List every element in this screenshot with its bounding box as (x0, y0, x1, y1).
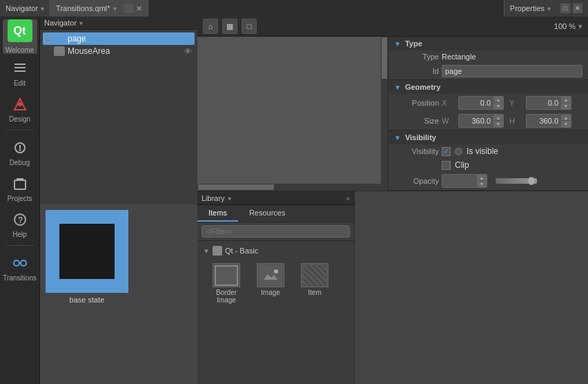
sidebar-item-design[interactable]: Design (3, 91, 37, 126)
h-input[interactable]: 360.0 (527, 115, 561, 126)
properties-tab-dropdown[interactable]: ▾ (547, 5, 551, 12)
save-icon[interactable] (124, 3, 133, 13)
lib-group-qt-basic[interactable]: ▼ Qt - Basic (200, 244, 351, 258)
canvas-main[interactable] (197, 37, 388, 191)
h-spin-up[interactable]: ▲ (561, 115, 571, 121)
y-spin-up[interactable]: ▲ (561, 97, 571, 103)
sidebar-label-transitions: Transitions (3, 274, 37, 282)
library-title: Library (202, 194, 225, 202)
id-field-input[interactable]: page (442, 65, 582, 77)
geometry-section-title: Geometry (405, 83, 440, 91)
zoom-display: 100 % ▾ (554, 22, 582, 31)
is-visible-label: Is visible (467, 146, 498, 156)
visibility-section-header[interactable]: ▼ Visibility (389, 131, 588, 144)
sidebar-label-edit: Edit (14, 79, 26, 87)
right-panel: ▼ Type Type Rectangle Id page (388, 37, 588, 191)
frame-tool-button[interactable]: □ (242, 19, 257, 34)
w-input[interactable]: 360.0 (459, 115, 493, 126)
restore-button[interactable]: □ (560, 3, 570, 13)
library-expand-icon[interactable]: » (346, 194, 350, 202)
y-spin-down[interactable]: ▼ (561, 103, 571, 109)
w-spin-down[interactable]: ▼ (493, 121, 503, 127)
svg-point-15 (274, 269, 278, 273)
edit-icon (10, 59, 30, 78)
base-state-card[interactable]: base state (46, 210, 128, 304)
geometry-section-header[interactable]: ▼ Geometry (389, 80, 588, 94)
opacity-input[interactable]: 1.0 (442, 175, 477, 186)
canvas-scrollbar-v[interactable] (381, 37, 388, 191)
visibility-eye-icon[interactable]: 👁 (184, 47, 192, 55)
x-label: X (442, 99, 455, 107)
grid-tool-button[interactable]: ▦ (222, 19, 237, 34)
navigator-dropdown-icon[interactable]: ▾ (41, 5, 44, 12)
type-row: Type Rectangle (389, 50, 588, 63)
x-spin-up[interactable]: ▲ (493, 97, 503, 103)
lib-item-item[interactable]: Item (294, 260, 335, 307)
opacity-spin-up[interactable]: ▲ (477, 175, 487, 181)
canvas-scroll-thumb-h[interactable] (198, 184, 274, 190)
id-row: Id page (389, 63, 588, 79)
h-spin-group[interactable]: 360.0 ▲ ▼ (526, 114, 571, 128)
close-tab-button[interactable]: ✕ (136, 4, 142, 13)
geometry-section-arrow: ▼ (394, 84, 401, 91)
canvas-scroll-thumb-v[interactable] (382, 37, 387, 79)
opacity-thumb[interactable] (527, 177, 536, 185)
library-content: ▼ Qt - Basic Border Image (197, 241, 354, 384)
state-inner-rect (59, 224, 115, 279)
home-tool-button[interactable]: ⌂ (203, 19, 218, 34)
close-button[interactable]: ✕ (573, 3, 582, 13)
w-spin-group[interactable]: 360.0 ▲ ▼ (458, 114, 504, 128)
sidebar-item-debug[interactable]: Debug (3, 135, 37, 169)
nav-item-page[interactable]: ▶ page (43, 32, 195, 45)
transitions-tab-dropdown[interactable]: ▾ (113, 5, 117, 12)
zoom-dropdown-arrow[interactable]: ▾ (578, 22, 582, 31)
canvas-scrollbar-h[interactable] (197, 184, 388, 191)
states-area: base state (40, 204, 197, 385)
y-input[interactable]: 0.0 (527, 97, 561, 108)
page-type-icon (54, 34, 65, 44)
debug-icon (10, 138, 30, 157)
h-spin-down[interactable]: ▼ (561, 121, 571, 127)
svg-point-12 (21, 260, 26, 266)
item-icon-shape (303, 265, 326, 286)
sidebar-item-welcome[interactable]: Qt Welcome (3, 19, 37, 54)
is-visible-radio[interactable] (455, 148, 462, 155)
transitions-tab[interactable]: Transitions.qml* ▾ ✕ (50, 0, 148, 17)
lib-item-border-image[interactable]: Border Image (206, 260, 247, 307)
nav-item-page-label: page (68, 34, 86, 44)
x-spin-down[interactable]: ▼ (493, 103, 503, 109)
qt-logo-icon: Qt (8, 19, 32, 42)
sidebar-item-edit[interactable]: Edit (3, 55, 37, 90)
lib-item-image[interactable]: Image (250, 260, 291, 307)
svg-rect-2 (14, 64, 26, 65)
lib-search-input[interactable] (202, 225, 350, 238)
type-section-header[interactable]: ▼ Type (389, 37, 588, 50)
lib-item-border-image-label: Border Image (208, 289, 244, 304)
is-visible-checkbox[interactable] (442, 147, 451, 156)
sidebar-item-projects[interactable]: Projects (3, 171, 37, 205)
y-spin-group[interactable]: 0.0 ▲ ▼ (526, 96, 571, 110)
properties-tab[interactable]: Properties ▾ □ ✕ (504, 0, 588, 17)
clip-checkbox[interactable] (442, 161, 451, 170)
opacity-spin-down[interactable]: ▼ (477, 181, 487, 187)
sidebar-label-design: Design (9, 115, 30, 123)
sidebar-item-transitions[interactable]: Transitions (3, 250, 37, 285)
library-header-arrow[interactable]: ▾ (228, 195, 231, 202)
navigator-header-arrow[interactable]: ▾ (79, 19, 83, 27)
clip-checkbox-group: Clip (442, 160, 469, 170)
x-spin-group[interactable]: 0.0 ▲ ▼ (458, 96, 504, 110)
top-bar: Navigator ▾ Transitions.qml* ▾ ✕ Propert… (0, 0, 588, 17)
opacity-spin-group[interactable]: 1.0 ▲ ▼ (442, 174, 487, 188)
sidebar-label-help: Help (12, 231, 27, 238)
navigator-tab[interactable]: Navigator ▾ (0, 0, 50, 17)
opacity-slider[interactable] (496, 178, 537, 184)
lib-items-grid: Border Image Image (200, 258, 351, 309)
bi-icon-shape (215, 265, 238, 286)
x-input[interactable]: 0.0 (459, 97, 493, 108)
library-tab-resources[interactable]: Resources (238, 205, 297, 222)
library-tab-items[interactable]: Items (197, 205, 238, 222)
w-spin-up[interactable]: ▲ (493, 115, 503, 121)
nav-expand-arrow[interactable]: ▶ (46, 35, 51, 43)
nav-item-mousearea[interactable]: MouseArea 👁 (43, 45, 195, 57)
sidebar-item-help[interactable]: ? Help (3, 207, 37, 241)
